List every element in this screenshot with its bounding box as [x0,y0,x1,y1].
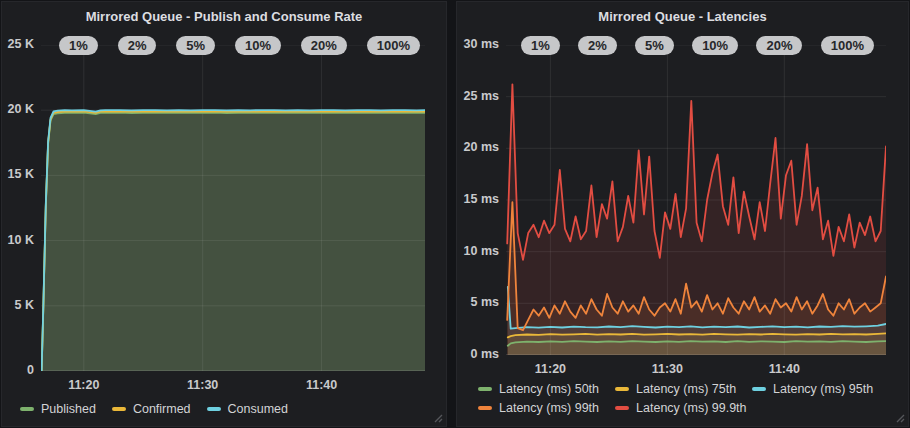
legend-label: Confirmed [133,402,191,416]
legend: Latency (ms) 50th Latency (ms) 75th Late… [478,382,889,415]
latency-chart-canvas[interactable] [506,45,886,355]
y-axis-tick-label: 5 K [2,298,34,312]
badge-10-percent[interactable]: 10% [692,36,738,55]
legend-item-published[interactable]: Published [20,402,96,416]
y-axis-tick-label: 20 K [2,102,34,116]
legend-label: Latency (ms) 95th [773,382,873,396]
badge-2-percent[interactable]: 2% [578,36,617,55]
legend-item-latency-99-9th[interactable]: Latency (ms) 99.9th [615,401,746,415]
y-axis-tick-label: 25 ms [457,89,499,103]
y-axis-tick-label: 30 ms [457,37,499,51]
percentile-badges: 1% 2% 5% 10% 20% 100% [521,36,874,55]
legend-item-latency-50th[interactable]: Latency (ms) 50th [478,382,599,396]
y-axis-tick-label: 15 K [2,167,34,181]
badge-1-percent[interactable]: 1% [59,36,98,55]
legend-label: Published [41,402,96,416]
badge-20-percent[interactable]: 20% [756,36,802,55]
x-axis-tick-label: 11:30 [637,362,697,376]
x-axis-tick-label: 11:40 [292,378,352,392]
latency-99th-series-marker [478,406,492,410]
y-axis-tick-label: 5 ms [457,295,499,309]
panel-resize-handle[interactable] [895,413,905,423]
legend-label: Latency (ms) 50th [499,382,599,396]
consumed-series-marker [207,407,221,411]
rate-chart-plot-area[interactable] [41,45,425,371]
legend-item-latency-99th[interactable]: Latency (ms) 99th [478,401,599,415]
legend-label: Latency (ms) 99.9th [636,401,746,415]
legend: Published Confirmed Consumed [20,402,304,416]
panel-title[interactable]: Mirrored Queue - Publish and Consume Rat… [2,9,446,24]
legend-label: Latency (ms) 99th [499,401,599,415]
panel-title[interactable]: Mirrored Queue - Latencies [457,9,908,24]
latency-50th-series-marker [478,387,492,391]
badge-100-percent[interactable]: 100% [367,36,420,55]
y-axis-tick-label: 0 [2,363,34,377]
y-axis-tick-label: 25 K [2,37,34,51]
y-axis-tick-label: 15 ms [457,192,499,206]
percentile-badges: 1% 2% 5% 10% 20% 100% [59,36,420,55]
panel-publish-consume-rate: Mirrored Queue - Publish and Consume Rat… [1,1,447,427]
y-axis-tick-label: 20 ms [457,140,499,154]
x-axis-tick-label: 11:40 [754,362,814,376]
y-axis-tick-label: 10 K [2,233,34,247]
confirmed-series-marker [112,407,126,411]
y-axis-tick-label: 10 ms [457,244,499,258]
rate-chart-canvas[interactable] [41,45,425,371]
panel-resize-handle[interactable] [433,413,443,423]
latency-75th-series-marker [615,387,629,391]
legend-item-latency-75th[interactable]: Latency (ms) 75th [615,382,736,396]
legend-item-latency-95th[interactable]: Latency (ms) 95th [752,382,873,396]
badge-1-percent[interactable]: 1% [521,36,560,55]
latency-chart-plot-area[interactable] [506,45,886,355]
legend-item-consumed[interactable]: Consumed [207,402,288,416]
panel-latencies: Mirrored Queue - Latencies 1% 2% 5% 10% … [456,1,909,427]
y-axis-tick-label: 0 ms [457,347,499,361]
latency-99-9th-series-marker [615,406,629,410]
latency-95th-series-marker [752,387,766,391]
badge-10-percent[interactable]: 10% [235,36,281,55]
badge-20-percent[interactable]: 20% [301,36,347,55]
x-axis-tick-label: 11:30 [173,378,233,392]
badge-100-percent[interactable]: 100% [821,36,874,55]
x-axis-tick-label: 11:20 [54,378,114,392]
published-series-marker [20,407,34,411]
legend-label: Latency (ms) 75th [636,382,736,396]
x-axis-tick-label: 11:20 [520,362,580,376]
legend-label: Consumed [228,402,288,416]
legend-item-confirmed[interactable]: Confirmed [112,402,191,416]
badge-2-percent[interactable]: 2% [118,36,157,55]
badge-5-percent[interactable]: 5% [635,36,674,55]
badge-5-percent[interactable]: 5% [176,36,215,55]
